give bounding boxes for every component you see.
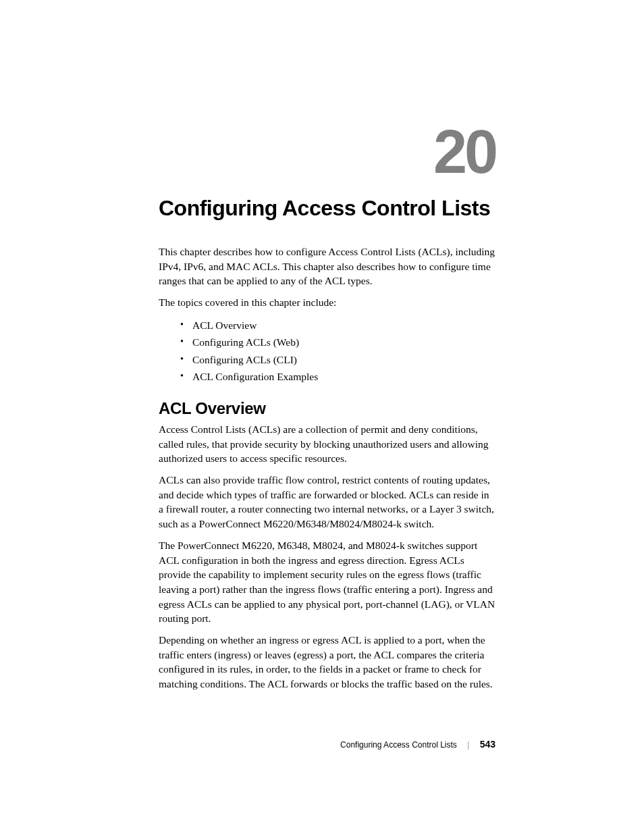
- footer-title: Configuring Access Control Lists: [340, 740, 457, 750]
- toc-item: ACL Configuration Examples: [180, 368, 495, 386]
- footer-divider: |: [467, 740, 469, 750]
- footer-page-number: 543: [480, 739, 495, 750]
- section-paragraph-3: The PowerConnect M6220, M6348, M8024, an…: [159, 538, 495, 626]
- toc-item: ACL Overview: [180, 317, 495, 334]
- intro-paragraph-1: This chapter describes how to configure …: [159, 244, 495, 288]
- section-paragraph-1: Access Control Lists (ACLs) are a collec…: [159, 422, 495, 466]
- toc-item: Configuring ACLs (Web): [180, 334, 495, 351]
- chapter-title: Configuring Access Control Lists: [159, 196, 495, 221]
- intro-paragraph-2: The topics covered in this chapter inclu…: [159, 295, 495, 310]
- chapter-number: 20: [159, 122, 495, 182]
- section-paragraph-4: Depending on whether an ingress or egres…: [159, 633, 495, 692]
- toc-list: ACL Overview Configuring ACLs (Web) Conf…: [159, 317, 495, 386]
- section-paragraph-2: ACLs can also provide traffic flow contr…: [159, 473, 495, 531]
- toc-item: Configuring ACLs (CLI): [180, 351, 495, 369]
- section-heading: ACL Overview: [159, 399, 495, 418]
- page-content: 20 Configuring Access Control Lists This…: [0, 0, 644, 834]
- page-footer: Configuring Access Control Lists | 543: [340, 739, 495, 750]
